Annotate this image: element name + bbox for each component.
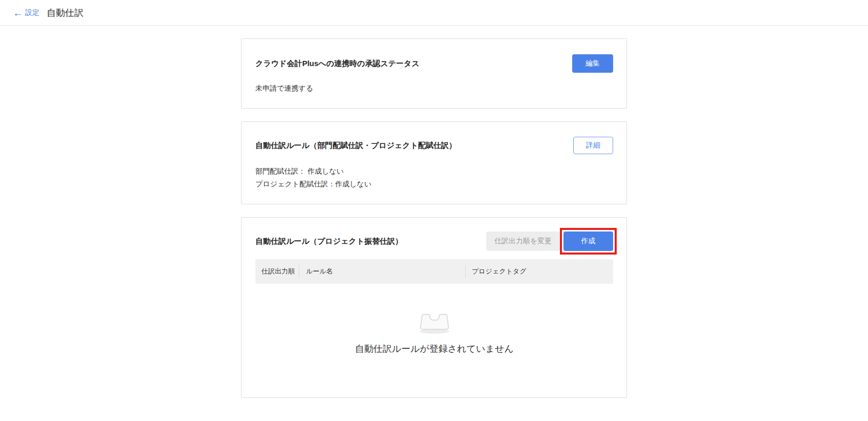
- col-header-project-tag: プロジェクトタグ: [466, 267, 613, 276]
- empty-state-message: 自動仕訳ルールが登録されていません: [255, 343, 613, 355]
- detail-button[interactable]: 詳細: [573, 137, 613, 154]
- transfer-rules-card: 自動仕訳ルール（プロジェクト振替仕訳） 仕訳出力順を変更 作成 仕訳出力順 ルー…: [241, 217, 627, 398]
- col-header-rule-name: ルール名: [299, 267, 465, 276]
- back-to-settings-link[interactable]: ← 設定: [13, 8, 39, 18]
- project-allocation-setting: プロジェクト配賦仕訳：作成しない: [255, 178, 613, 191]
- approval-status-card: クラウド会計Plusへの連携時の承認ステータス 編集 未申請で連携する: [241, 38, 627, 109]
- back-link-label: 設定: [25, 8, 39, 17]
- back-arrow-icon: ←: [13, 8, 23, 18]
- approval-status-value: 未申請で連携する: [255, 84, 613, 93]
- allocation-card-title: 自動仕訳ルール（部門配賦仕訳・プロジェクト配賦仕訳）: [255, 141, 457, 151]
- transfer-card-title: 自動仕訳ルール（プロジェクト振替仕訳）: [255, 237, 403, 246]
- edit-button[interactable]: 編集: [572, 54, 613, 73]
- allocation-rules-card: 自動仕訳ルール（部門配賦仕訳・プロジェクト配賦仕訳） 詳細 部門配賦仕訳： 作成…: [241, 121, 627, 204]
- department-allocation-setting: 部門配賦仕訳： 作成しない: [255, 165, 613, 178]
- top-bar: ← 設定 自動仕訳: [0, 0, 868, 26]
- page-title: 自動仕訳: [47, 7, 83, 19]
- col-header-output-order: 仕訳出力順: [255, 267, 299, 276]
- create-button[interactable]: 作成: [563, 231, 613, 251]
- empty-inbox-icon: [418, 308, 451, 334]
- reorder-output-button[interactable]: 仕訳出力順を変更: [486, 231, 560, 251]
- main-content: クラウド会計Plusへの連携時の承認ステータス 編集 未申請で連携する 自動仕訳…: [0, 26, 868, 398]
- approval-card-title: クラウド会計Plusへの連携時の承認ステータス: [255, 59, 420, 69]
- rules-table-header: 仕訳出力順 ルール名 プロジェクトタグ: [255, 259, 613, 284]
